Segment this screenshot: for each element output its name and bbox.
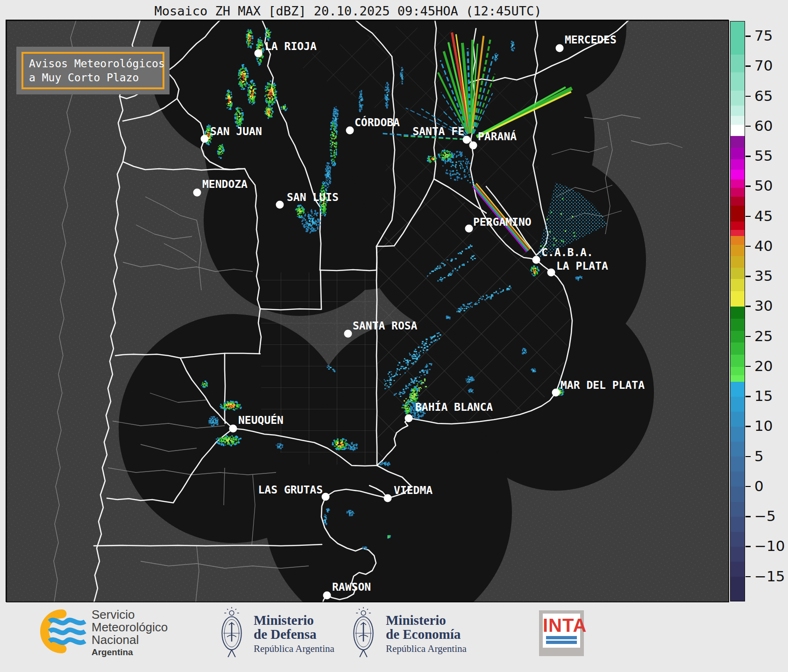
colorbar-segment bbox=[731, 125, 745, 136]
colorbar-tick-label: 75 bbox=[754, 27, 773, 44]
smn-logo-text: Servicio Meteorológico Nacional Argentin… bbox=[92, 608, 168, 658]
colorbar-segment bbox=[731, 412, 745, 427]
warning-line-1: Avisos Meteorológicos bbox=[29, 57, 163, 71]
colorbar-tick bbox=[745, 65, 751, 67]
colorbar-tick bbox=[745, 336, 751, 337]
economia-line-1: Ministerio bbox=[386, 613, 467, 627]
colorbar-segment bbox=[731, 397, 745, 412]
colorbar-segment bbox=[731, 427, 745, 442]
city-dot bbox=[201, 135, 209, 143]
colorbar-segment bbox=[731, 148, 745, 160]
city-label: LAS GRUTAS bbox=[258, 484, 323, 496]
colorbar-tick bbox=[745, 96, 751, 97]
colorbar-tick bbox=[745, 36, 751, 37]
colorbar-tick bbox=[745, 516, 751, 517]
city-label: MERCEDES bbox=[565, 34, 617, 46]
colorbar-segment bbox=[731, 472, 745, 486]
colorbar-segment bbox=[731, 188, 745, 197]
colorbar-tick bbox=[745, 306, 751, 307]
colorbar-segment bbox=[731, 375, 745, 382]
colorbar-tick-label: 70 bbox=[754, 57, 773, 74]
city-dot bbox=[532, 256, 540, 264]
city-label: MAR DEL PLATA bbox=[561, 379, 645, 391]
colorbar-segment bbox=[731, 21, 745, 55]
defensa-coat-of-arms bbox=[218, 607, 246, 664]
city-label: MENDOZA bbox=[202, 178, 248, 190]
city-dot bbox=[255, 50, 263, 57]
economia-line-2: de Economía bbox=[386, 627, 467, 641]
colorbar-tick bbox=[745, 186, 751, 187]
colorbar-tick-label: 10 bbox=[754, 417, 773, 434]
defensa-text: Ministerio de Defensa República Argentin… bbox=[254, 613, 334, 655]
defensa-line-2: de Defensa bbox=[254, 627, 334, 641]
city-dot bbox=[552, 389, 560, 397]
warning-box: Avisos Meteorológicos a Muy Corto Plazo bbox=[16, 47, 170, 94]
smn-line-2: Meteorológico bbox=[92, 621, 168, 634]
colorbar-tick bbox=[745, 216, 751, 217]
colorbar-tick-label: 20 bbox=[754, 357, 773, 374]
colorbar-tick bbox=[745, 396, 751, 397]
colorbar-segment bbox=[731, 307, 745, 319]
city-label: VIEDMA bbox=[394, 484, 433, 496]
colorbar-segment bbox=[731, 547, 745, 562]
city-dot bbox=[556, 44, 564, 52]
colorbar-tick-label: −5 bbox=[754, 508, 776, 524]
colorbar-tick bbox=[745, 546, 751, 547]
dbz-colorbar bbox=[730, 21, 745, 601]
colorbar-segment bbox=[731, 91, 745, 106]
city-label: PARANÁ bbox=[478, 130, 517, 143]
page-title: Mosaico ZH MAX [dBZ] 20.10.2025 09:45HOA… bbox=[6, 4, 690, 18]
city-dot bbox=[323, 592, 331, 600]
city-dot bbox=[384, 494, 392, 502]
colorbar-segment bbox=[731, 268, 745, 279]
colorbar-segment bbox=[731, 457, 745, 472]
colorbar-tick-label: 15 bbox=[754, 387, 773, 404]
city-dot bbox=[322, 493, 330, 501]
colorbar-tick bbox=[745, 156, 751, 157]
colorbar-tick-label: 55 bbox=[754, 147, 773, 164]
city-label: LA PLATA bbox=[556, 260, 608, 272]
colorbar-segment bbox=[731, 116, 745, 125]
inta-bar-2 bbox=[546, 641, 577, 644]
colorbar-segment bbox=[731, 106, 745, 116]
colorbar-segment bbox=[731, 179, 745, 188]
coat-of-arms-icon bbox=[218, 607, 246, 662]
warning-box-border: Avisos Meteorológicos a Muy Corto Plazo bbox=[21, 52, 164, 89]
city-label: BAHÍA BLANCA bbox=[415, 400, 493, 413]
inta-bar-1 bbox=[546, 636, 577, 639]
smn-logo-icon bbox=[27, 606, 90, 658]
city-dot bbox=[469, 142, 477, 150]
city-label: PERGAMINO bbox=[473, 216, 532, 228]
colorbar-segment bbox=[731, 55, 745, 73]
smn-line-3: Nacional bbox=[92, 634, 168, 646]
colorbar-tick bbox=[745, 486, 751, 487]
colorbar-tick bbox=[745, 246, 751, 247]
colorbar-segment bbox=[731, 319, 745, 331]
city-dot bbox=[465, 225, 473, 233]
colorbar-tick bbox=[745, 366, 751, 367]
colorbar-segment bbox=[731, 230, 745, 236]
colorbar-segment bbox=[731, 517, 745, 532]
colorbar-tick-label: 35 bbox=[754, 267, 773, 284]
city-label: SANTA FE bbox=[412, 125, 464, 137]
colorbar-segment bbox=[731, 355, 745, 367]
city-dot bbox=[276, 201, 284, 209]
colorbar-segment bbox=[731, 343, 745, 355]
city-label: NEUQUÉN bbox=[238, 414, 284, 426]
city-label: SAN JUAN bbox=[210, 125, 262, 137]
colorbar-tick bbox=[745, 126, 751, 127]
smn-line-4: Argentina bbox=[92, 647, 168, 658]
colorbar-tick-label: 65 bbox=[754, 87, 773, 104]
colorbar-tick-label: 30 bbox=[754, 297, 773, 314]
colorbar-segment bbox=[731, 331, 745, 343]
colorbar-segment bbox=[731, 367, 745, 375]
colorbar-segment bbox=[731, 382, 745, 397]
economia-text: Ministerio de Economía República Argenti… bbox=[386, 613, 467, 655]
city-dot bbox=[229, 425, 237, 433]
city-dot bbox=[405, 415, 413, 422]
warning-line-2: a Muy Corto Plazo bbox=[29, 71, 163, 85]
colorbar-tick-label: 40 bbox=[754, 237, 773, 254]
city-label: SANTA ROSA bbox=[353, 320, 418, 332]
colorbar-segment bbox=[731, 562, 745, 577]
colorbar-segment bbox=[731, 442, 745, 457]
